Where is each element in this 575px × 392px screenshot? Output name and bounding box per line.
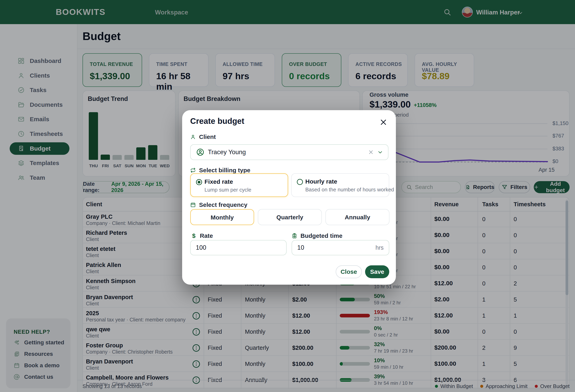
close-icon[interactable]: [379, 118, 388, 127]
rate-label: $ Rate: [191, 232, 213, 239]
user-icon: [190, 134, 196, 140]
clipboard-clock-icon: [292, 233, 297, 239]
radio-selected-icon: [196, 179, 202, 185]
create-budget-modal: Create budget Client Tracey Young Select…: [182, 110, 396, 285]
billing-option-hourly-rate[interactable]: Hourly rate Based on the number of hours…: [291, 173, 389, 197]
radio-icon: [297, 179, 303, 185]
budgeted-time-field: hrs: [292, 240, 389, 255]
close-button[interactable]: Close: [336, 265, 362, 278]
client-select-value: Tracey Young: [208, 149, 246, 156]
billing-option-fixed-rate[interactable]: Fixed rate Lump sum per cycle: [190, 173, 288, 197]
frequency-label: Select frequency: [190, 201, 247, 208]
frequency-option-annually[interactable]: Annually: [325, 209, 389, 225]
budgeted-time-label: Budgeted time: [292, 232, 342, 239]
modal-title: Create budget: [190, 117, 244, 126]
budgeted-time-input[interactable]: [297, 244, 365, 251]
save-button[interactable]: Save: [365, 265, 389, 278]
hours-unit: hrs: [376, 244, 383, 251]
frequency-option-quarterly[interactable]: Quarterly: [258, 209, 322, 225]
client-field-label: Client: [190, 133, 216, 140]
rate-input[interactable]: [196, 244, 263, 251]
chevron-down-icon[interactable]: [377, 149, 383, 155]
client-select[interactable]: Tracey Young: [190, 144, 388, 160]
billing-type-label: Select billing type: [190, 167, 250, 174]
calendar-icon: [190, 202, 196, 208]
frequency-option-monthly[interactable]: Monthly: [190, 209, 254, 225]
rate-field: [190, 240, 287, 255]
clear-icon[interactable]: [368, 149, 374, 155]
app-screen: BOOKWITS Workspace William Harper Dashbo…: [0, 0, 575, 392]
person-circle-icon: [196, 148, 204, 156]
repeat-icon: [190, 168, 196, 173]
dollar-icon: $: [191, 232, 197, 239]
